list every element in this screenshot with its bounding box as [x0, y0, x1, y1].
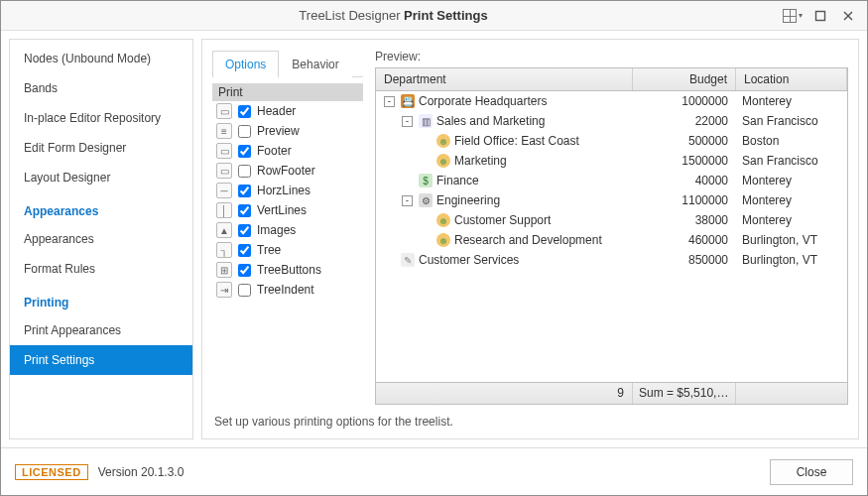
table-row[interactable]: $Finance40000Monterey [376, 171, 847, 190]
option-images[interactable]: ▲Images [212, 220, 363, 240]
col-header-budget[interactable]: Budget [633, 68, 736, 90]
sidebar-item-appearances[interactable]: Appearances [10, 224, 192, 254]
grid-body: -📇Corporate Headquarters1000000Monterey-… [376, 91, 847, 382]
cell-department: -📇Corporate Headquarters [376, 94, 633, 108]
window-title: TreeList Designer Print Settings [7, 8, 780, 23]
options-column: Options Behavior Print ▭Header≡Preview▭F… [212, 50, 363, 405]
tree-expander[interactable]: - [384, 96, 395, 107]
sidebar-heading-printing: Printing [10, 284, 192, 315]
dollar-icon: $ [419, 174, 433, 187]
cell-department: ☻Customer Support [376, 213, 633, 227]
table-row[interactable]: -📇Corporate Headquarters1000000Monterey [376, 91, 847, 111]
sidebar-item-formatrules[interactable]: Format Rules [10, 254, 192, 284]
tab-behavior[interactable]: Behavior [279, 51, 351, 77]
footer: LICENSED Version 20.1.3.0 Close [1, 447, 867, 495]
dep-label: Research and Development [454, 233, 602, 247]
cell-location: Burlington, VT [736, 253, 847, 267]
svg-rect-0 [816, 11, 825, 20]
option-icon: ≡ [216, 123, 232, 139]
tree-expander[interactable]: - [402, 116, 413, 127]
option-checkbox[interactable] [238, 264, 251, 277]
cell-budget: 460000 [633, 233, 736, 247]
option-preview[interactable]: ≡Preview [212, 121, 363, 141]
table-row[interactable]: -⚙Engineering1100000Monterey [376, 190, 847, 210]
sidebar-item-editform[interactable]: Edit Form Designer [10, 133, 192, 163]
licensed-badge: LICENSED [15, 464, 88, 480]
tree-expander[interactable]: - [402, 195, 413, 206]
close-icon [842, 10, 854, 22]
option-icon: ▲ [216, 222, 232, 238]
option-horzlines[interactable]: ─HorzLines [212, 181, 363, 200]
cell-department: ✎Customer Services [376, 253, 633, 267]
option-header[interactable]: ▭Header [212, 101, 363, 121]
sidebar-item-print-settings[interactable]: Print Settings [10, 345, 192, 375]
option-rowfooter[interactable]: ▭RowFooter [212, 161, 363, 181]
option-checkbox[interactable] [238, 165, 251, 178]
dep-label: Corporate Headquarters [419, 94, 547, 108]
dep-label: Engineering [436, 193, 500, 207]
option-treeindent[interactable]: ⇥TreeIndent [212, 280, 363, 300]
cell-location: Monterey [736, 213, 847, 227]
cell-department: ☻Marketing [376, 154, 633, 168]
table-row[interactable]: ☻Research and Development460000Burlingto… [376, 230, 847, 250]
title-prefix: TreeList Designer [299, 8, 400, 23]
dep-label: Finance [436, 174, 479, 187]
tab-options[interactable]: Options [212, 51, 279, 77]
sidebar-item-print-appearances[interactable]: Print Appearances [10, 315, 192, 345]
sidebar-item-layout[interactable]: Layout Designer [10, 163, 192, 192]
person-icon: ☻ [436, 134, 450, 148]
sidebar-item-nodes[interactable]: Nodes (Unbound Mode) [10, 44, 192, 73]
option-checkbox[interactable] [238, 145, 251, 158]
sidebar-item-editor[interactable]: In-place Editor Repository [10, 103, 192, 133]
option-checkbox[interactable] [238, 204, 251, 217]
option-label: Header [257, 104, 296, 118]
content-top: Options Behavior Print ▭Header≡Preview▭F… [212, 50, 848, 405]
content-panel: Options Behavior Print ▭Header≡Preview▭F… [201, 39, 859, 439]
grid-header: Department Budget Location [376, 68, 847, 91]
preview-column: Preview: Department Budget Location -📇Co… [375, 50, 848, 405]
chevron-down-icon: ▾ [799, 11, 803, 20]
option-label: TreeIndent [257, 283, 314, 297]
close-button[interactable]: Close [770, 459, 853, 485]
table-row[interactable]: -▥Sales and Marketing22000San Francisco [376, 111, 847, 131]
sidebar-item-bands[interactable]: Bands [10, 73, 192, 103]
layout-grid-button[interactable]: ▾ [780, 5, 806, 27]
close-window-button[interactable] [835, 5, 861, 27]
col-header-location[interactable]: Location [736, 68, 847, 90]
body: Nodes (Unbound Mode) Bands In-place Edit… [1, 31, 867, 447]
cell-location: Burlington, VT [736, 233, 847, 247]
table-row[interactable]: ✎Customer Services850000Burlington, VT [376, 250, 847, 270]
footer-count: 9 [376, 383, 633, 404]
table-row[interactable]: ☻Field Office: East Coast500000Boston [376, 131, 847, 151]
table-row[interactable]: ☻Marketing1500000San Francisco [376, 151, 847, 171]
col-header-department[interactable]: Department [376, 68, 633, 90]
option-icon: ▭ [216, 143, 232, 159]
footer-loc [736, 383, 847, 404]
titlebar: TreeList Designer Print Settings ▾ [1, 1, 867, 31]
table-row[interactable]: ☻Customer Support38000Monterey [376, 210, 847, 230]
option-checkbox[interactable] [238, 185, 251, 197]
option-icon: ▭ [216, 163, 232, 179]
dep-label: Customer Services [419, 253, 519, 267]
option-checkbox[interactable] [238, 284, 251, 297]
option-checkbox[interactable] [238, 244, 251, 257]
cell-budget: 40000 [633, 174, 736, 187]
option-checkbox[interactable] [238, 125, 251, 138]
option-checkbox[interactable] [238, 105, 251, 118]
maximize-button[interactable] [807, 5, 833, 27]
option-checkbox[interactable] [238, 224, 251, 237]
cell-budget: 1000000 [633, 94, 736, 108]
option-treebuttons[interactable]: ⊞TreeButtons [212, 260, 363, 280]
option-icon: ▭ [216, 103, 232, 119]
option-label: Footer [257, 144, 292, 158]
sidebar: Nodes (Unbound Mode) Bands In-place Edit… [9, 39, 193, 439]
cell-department: -▥Sales and Marketing [376, 114, 633, 128]
version-label: Version 20.1.3.0 [98, 465, 185, 479]
option-tree[interactable]: ┐Tree [212, 240, 363, 260]
option-footer[interactable]: ▭Footer [212, 141, 363, 161]
options-section-head: Print [212, 83, 363, 101]
option-vertlines[interactable]: │VertLines [212, 200, 363, 220]
dep-label: Marketing [454, 154, 507, 168]
option-icon: ⊞ [216, 262, 232, 278]
person-icon: ☻ [436, 213, 450, 227]
